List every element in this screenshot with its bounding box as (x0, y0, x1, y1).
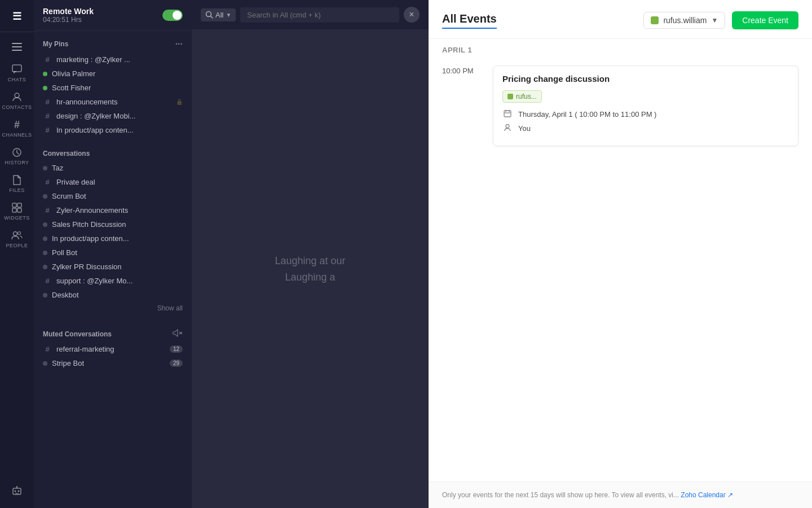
pin-item-marketing[interactable]: # marketing : @Zylker ... (34, 52, 192, 67)
channels-icon: # (11, 119, 23, 130)
event-color-dot (508, 94, 513, 99)
nav-item-history[interactable]: HISTORY (0, 142, 34, 170)
conv-item-deskbot[interactable]: Deskbot (34, 288, 192, 302)
svg-point-4 (15, 93, 19, 98)
search-input[interactable] (240, 7, 399, 23)
conversations-header: Conversations (34, 146, 192, 161)
calendar-header: All Events rufus.william ▼ Create Event (429, 0, 812, 39)
calendar-user-name: rufus.william (663, 16, 707, 25)
external-link-icon: ↗ (727, 491, 733, 499)
svg-rect-7 (17, 203, 21, 207)
conv-label-taz: Taz (52, 164, 183, 172)
svg-rect-0 (12, 43, 22, 44)
event-time: 10:00 PM (442, 65, 482, 75)
nav-item-chats[interactable]: CHATS (0, 59, 34, 87)
calendar-panel: All Events rufus.william ▼ Create Event … (429, 0, 812, 508)
nav-item-menu[interactable] (0, 37, 34, 57)
event-card[interactable]: Pricing change discussion rufus... Thurs… (493, 65, 798, 146)
conv-label-scrum: Scrum Bot (52, 192, 183, 200)
create-event-button[interactable]: Create Event (732, 11, 798, 29)
event-row: 10:00 PM Pricing change discussion rufus… (429, 59, 812, 153)
conv-item-taz[interactable]: Taz (34, 161, 192, 175)
pin-label-product: In product/app conten... (56, 126, 183, 134)
calendar-icon (502, 110, 513, 119)
conversations-title: Conversations (43, 150, 90, 157)
pin-item-hr[interactable]: # hr-announcements 🔒 (34, 95, 192, 109)
show-all-button[interactable]: Show all (34, 302, 192, 317)
svg-rect-1 (12, 46, 22, 47)
channels-label: CHANNELS (2, 132, 32, 138)
conv-item-private-deal[interactable]: # Private deal (34, 175, 192, 189)
channel-hash-icon: # (43, 55, 52, 64)
pin-item-design[interactable]: # design : @Zylker Mobi... (34, 109, 192, 123)
pin-item-scott[interactable]: Scott Fisher (34, 81, 192, 95)
contacts-icon (11, 91, 23, 103)
status-icon (43, 293, 47, 297)
nav-item-bot[interactable] (11, 481, 23, 501)
chats-icon (11, 64, 23, 75)
pins-more-icon[interactable]: ··· (175, 39, 183, 49)
pin-item-olivia[interactable]: Olivia Palmer (34, 67, 192, 81)
overlay-text-line2: Laughing a (275, 269, 345, 286)
svg-rect-2 (12, 50, 22, 51)
nav-item-people[interactable]: PEOPLE (0, 225, 34, 253)
chevron-down-icon: ▼ (711, 16, 718, 24)
pins-section: My Pins ··· # marketing : @Zylker ... Ol… (34, 31, 192, 142)
conv-item-zyler[interactable]: # Zyler-Announcements (34, 203, 192, 217)
status-icon (43, 251, 47, 255)
calendar-title: All Events (442, 12, 497, 29)
hamburger-icon (11, 41, 23, 52)
svg-rect-9 (17, 208, 21, 212)
calendar-user-select[interactable]: rufus.william ▼ (643, 12, 725, 29)
search-dropdown[interactable]: All ▼ (201, 8, 236, 21)
muted-item-stripe[interactable]: Stripe Bot 29 (34, 356, 192, 370)
people-icon (11, 230, 23, 241)
nav-item-contacts[interactable]: CONTACTS (0, 87, 34, 115)
status-icon (43, 237, 47, 241)
zoho-calendar-link[interactable]: Zoho Calendar ↗ (681, 491, 733, 499)
online-status-icon (43, 86, 47, 90)
svg-point-14 (16, 486, 17, 487)
conv-item-scrum[interactable]: Scrum Bot (34, 189, 192, 203)
conv-label-poll: Poll Bot (52, 248, 183, 257)
icon-sidebar: ☰ CHATS CONTACTS # (0, 0, 34, 508)
online-status-icon (43, 72, 47, 76)
search-icon (205, 11, 213, 19)
muted-section: Muted Conversations # referral-marketing… (34, 321, 192, 375)
channel-hash-icon: # (43, 345, 52, 353)
conv-item-inproduct[interactable]: In product/app conten... (34, 231, 192, 246)
event-color-pill: rufus... (502, 90, 542, 103)
search-dropdown-chevron: ▼ (226, 12, 231, 18)
files-icon (11, 174, 23, 186)
conv-item-zylkerpr[interactable]: Zylker PR Discussion (34, 260, 192, 274)
event-date-detail: Thursday, April 1 ( 10:00 PM to 11:00 PM… (502, 110, 789, 119)
nav-item-widgets[interactable]: WIDGETS (0, 198, 34, 225)
zoho-link-text: Zoho Calendar (681, 491, 725, 499)
main-sidebar: Remote Work 04:20:51 Hrs My Pins ··· # m… (34, 0, 192, 508)
conv-item-sales[interactable]: Sales Pitch Discussion (34, 217, 192, 231)
search-close-button[interactable]: × (404, 7, 420, 23)
channel-hash-icon: # (43, 178, 52, 186)
nav-item-channels[interactable]: # CHANNELS (0, 115, 34, 142)
channel-hash-icon: # (43, 98, 52, 106)
workspace-toggle[interactable] (162, 10, 183, 21)
nav-item-files[interactable]: FILES (0, 170, 34, 198)
channel-hash-icon: # (43, 126, 52, 134)
chats-label: CHATS (8, 77, 26, 82)
conv-label-inproduct: In product/app conten... (52, 234, 183, 243)
pin-label-design: design : @Zylker Mobi... (56, 112, 183, 120)
muted-item-referral[interactable]: # referral-marketing 12 (34, 342, 192, 356)
conv-item-poll[interactable]: Poll Bot (34, 246, 192, 260)
event-attendee-text: You (518, 124, 531, 133)
svg-rect-21 (504, 111, 511, 117)
svg-point-15 (15, 491, 16, 492)
channel-hash-icon: # (43, 277, 52, 285)
overlay-text-line1: Laughing at our (275, 253, 345, 269)
conv-item-support[interactable]: # support : @Zylker Mo... (34, 274, 192, 288)
muted-label-referral: referral-marketing (56, 345, 165, 353)
lock-icon: 🔒 (176, 99, 183, 105)
pin-label-olivia: Olivia Palmer (52, 69, 183, 78)
svg-rect-6 (12, 203, 16, 207)
svg-line-20 (211, 16, 213, 19)
pin-item-product[interactable]: # In product/app conten... (34, 123, 192, 137)
